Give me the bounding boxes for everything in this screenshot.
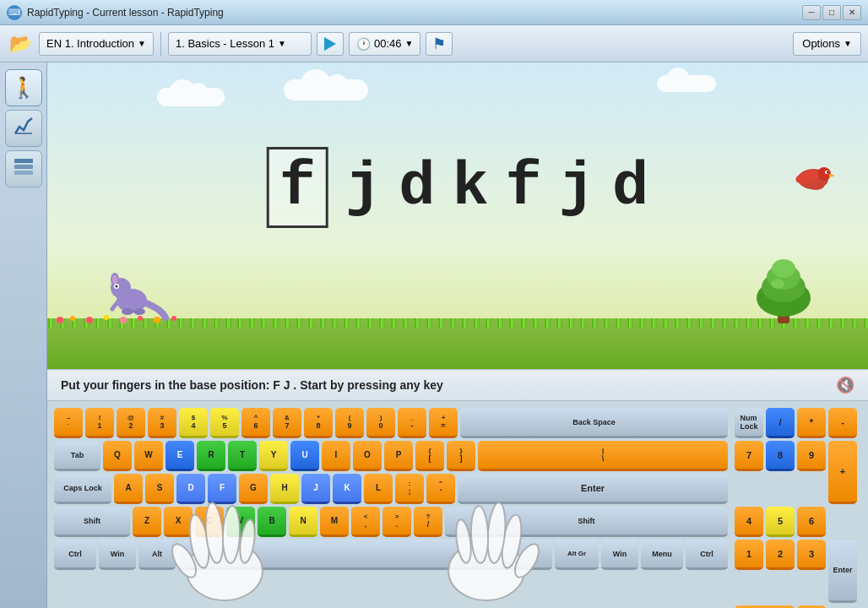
numpad-enter[interactable]: Enter (828, 540, 857, 603)
key-slash[interactable]: ?/ (414, 507, 442, 537)
key-backslash[interactable]: |\ (478, 441, 728, 471)
key-b[interactable]: B (258, 507, 286, 537)
numpad-numlock[interactable]: NumLock (735, 408, 763, 438)
key-space[interactable] (178, 540, 552, 570)
key-3[interactable]: #3 (148, 408, 176, 438)
key-alt-gr[interactable]: Alt Gr (555, 540, 599, 570)
key-p[interactable]: P (384, 441, 413, 471)
sidebar-item-lesson[interactable]: 🚶 (5, 69, 42, 106)
key-bracket-r[interactable]: }] (447, 441, 475, 471)
key-quote[interactable]: "' (426, 474, 455, 504)
numpad-divide[interactable]: / (766, 408, 795, 438)
lesson-display: f j d k f j d (47, 62, 868, 369)
sidebar-item-courses[interactable] (5, 150, 42, 187)
key-5[interactable]: %5 (210, 408, 239, 438)
key-v[interactable]: V (226, 507, 255, 537)
flowers (47, 312, 216, 328)
key-caps-lock[interactable]: Caps Lock (54, 474, 111, 504)
numpad-6[interactable]: 6 (797, 507, 826, 537)
maximize-button[interactable]: □ (822, 5, 841, 20)
close-button[interactable]: ✕ (843, 5, 861, 20)
svg-point-8 (827, 171, 828, 173)
timer-dropdown[interactable]: 🕐 00:46 ▼ (349, 32, 420, 56)
numpad-9[interactable]: 9 (797, 441, 826, 471)
key-w[interactable]: W (134, 441, 163, 471)
svg-point-31 (154, 317, 160, 323)
key-m[interactable]: M (320, 507, 349, 537)
key-s[interactable]: S (145, 474, 174, 504)
numpad-7[interactable]: 7 (735, 441, 763, 471)
key-comma[interactable]: <, (351, 507, 380, 537)
key-1[interactable]: !1 (85, 408, 114, 438)
course-dropdown[interactable]: EN 1. Introduction ▼ (39, 32, 154, 56)
key-4[interactable]: $4 (179, 408, 208, 438)
key-i[interactable]: I (322, 441, 350, 471)
key-semicolon[interactable]: :; (395, 474, 424, 504)
key-tab[interactable]: Tab (54, 441, 100, 471)
key-win-l[interactable]: Win (99, 540, 136, 570)
key-x[interactable]: X (164, 507, 193, 537)
key-y[interactable]: Y (259, 441, 288, 471)
numpad-8[interactable]: 8 (766, 441, 795, 471)
key-q[interactable]: Q (103, 441, 132, 471)
numpad-4[interactable]: 4 (735, 507, 763, 537)
sidebar-item-stats[interactable] (5, 110, 42, 147)
key-j[interactable]: J (301, 474, 330, 504)
sound-button[interactable]: 🔇 (836, 376, 854, 394)
key-g[interactable]: G (239, 474, 268, 504)
key-2[interactable]: @2 (117, 408, 145, 438)
key-minus[interactable]: _- (398, 408, 426, 438)
key-win-r[interactable]: Win (601, 540, 638, 570)
key-6[interactable]: ^6 (241, 408, 270, 438)
key-u[interactable]: U (290, 441, 319, 471)
char-3: d (399, 153, 435, 222)
numpad-multiply[interactable]: * (797, 408, 826, 438)
key-0[interactable]: )0 (366, 408, 395, 438)
key-d[interactable]: D (176, 474, 205, 504)
key-o[interactable]: O (353, 441, 382, 471)
key-a[interactable]: A (114, 474, 143, 504)
key-c[interactable]: C (195, 507, 224, 537)
numpad-plus[interactable]: + (828, 441, 857, 504)
lesson-label: 1. Basics - Lesson 1 (176, 37, 274, 50)
chevron-down-icon-2: ▼ (278, 39, 286, 48)
options-button[interactable]: Options ▼ (793, 32, 861, 56)
flag-button[interactable]: ⚑ (426, 32, 453, 56)
key-period[interactable]: >. (382, 507, 411, 537)
window-controls: ─ □ ✕ (802, 5, 861, 20)
key-f[interactable]: F (208, 474, 236, 504)
numpad-minus[interactable]: - (828, 408, 857, 438)
numpad-3[interactable]: 3 (797, 540, 826, 570)
key-n[interactable]: N (289, 507, 317, 537)
svg-point-26 (70, 316, 75, 321)
minimize-button[interactable]: ─ (802, 5, 821, 20)
key-8[interactable]: *8 (304, 408, 333, 438)
key-l[interactable]: L (364, 474, 393, 504)
key-h[interactable]: H (270, 474, 299, 504)
key-7[interactable]: &7 (273, 408, 301, 438)
chevron-down-icon: ▼ (138, 39, 146, 48)
key-shift-l[interactable]: Shift (54, 507, 130, 537)
key-k[interactable]: K (333, 474, 361, 504)
key-backtick[interactable]: ~` (54, 408, 83, 438)
key-backspace[interactable]: Back Space (460, 408, 728, 438)
key-shift-r[interactable]: Shift (445, 507, 728, 537)
key-ctrl-r[interactable]: Ctrl (686, 540, 728, 570)
key-menu[interactable]: Menu (641, 540, 683, 570)
lesson-dropdown[interactable]: 1. Basics - Lesson 1 ▼ (168, 32, 312, 56)
key-bracket-l[interactable]: {[ (415, 441, 444, 471)
numpad-1[interactable]: 1 (735, 540, 763, 570)
key-alt-l[interactable]: Alt (138, 540, 176, 570)
key-e[interactable]: E (165, 441, 194, 471)
numpad-2[interactable]: 2 (766, 540, 795, 570)
key-z[interactable]: Z (133, 507, 161, 537)
key-t[interactable]: T (228, 441, 257, 471)
numpad-5[interactable]: 5 (766, 507, 795, 537)
key-ctrl-l[interactable]: Ctrl (54, 540, 96, 570)
play-button[interactable] (317, 32, 344, 56)
key-equals[interactable]: += (429, 408, 458, 438)
key-r[interactable]: R (197, 441, 225, 471)
key-enter[interactable]: Enter (458, 474, 728, 504)
flag-icon: ⚑ (432, 35, 446, 53)
key-9[interactable]: (9 (335, 408, 364, 438)
